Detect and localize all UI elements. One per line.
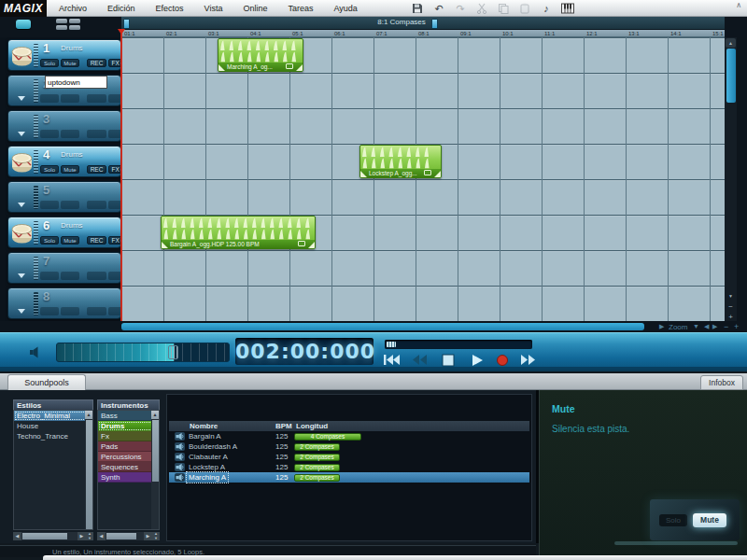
fast-forward-button[interactable] [519,353,536,367]
clip-options-icon[interactable] [424,170,431,175]
record-button[interactable] [494,353,511,367]
playback-range-bar[interactable]: 8:1 Compases [121,17,725,30]
instruments-hscroll[interactable]: ◀▶▲▼ [97,532,160,540]
styles-hscroll[interactable]: ◀▶▲▼ [13,532,93,540]
track-header-7[interactable]: 7 [7,252,121,284]
scroll-right-icon[interactable]: ▶ [144,532,152,540]
master-volume-slider[interactable] [56,343,230,362]
clip-options-icon[interactable] [298,241,305,246]
playhead[interactable] [120,30,122,321]
instruments-vscroll[interactable]: ▲ [151,411,159,529]
preview-speaker-icon[interactable] [175,432,185,441]
instrument-item-sequences[interactable]: Sequences [98,462,159,472]
horizontal-scroll-thumb[interactable] [121,323,644,330]
scroll-left-icon[interactable]: ◀ [97,532,106,540]
sample-row-lockstep-a[interactable]: Lockstep A1252 Compases [169,462,529,472]
track-header-8[interactable]: 8 [7,287,121,319]
audio-clip-marching[interactable]: Marching A_og... [218,38,303,72]
tab-infobox[interactable]: Infobox [700,375,743,390]
cut-icon[interactable] [475,3,488,15]
sample-row-bargain-a[interactable]: Bargain A1254 Compases [169,431,529,441]
style-item-electro-minimal[interactable]: Electro_Minimal [14,411,92,421]
column-header-bpm[interactable]: BPM [275,421,292,431]
grid-view-icon[interactable] [56,19,80,30]
sample-row-boulderdash-a[interactable]: Boulderdash A1252 Compases [169,441,529,452]
menu-archivo[interactable]: Archivo [49,0,97,17]
note-icon[interactable]: ♪ [540,3,553,15]
copy-icon[interactable] [497,3,510,15]
scroll-down-icon[interactable]: ▼ [726,291,736,301]
piano-icon[interactable] [561,3,574,15]
scroll-thumb[interactable] [152,420,159,482]
paste-icon[interactable] [518,3,531,15]
zoom-in-button[interactable]: + [734,322,739,331]
track-rec-button[interactable]: REC [87,236,106,245]
zoom-prev-icon[interactable]: ◀ [704,323,709,330]
track-header-5[interactable]: 5 [7,181,121,213]
skip-start-button[interactable] [383,353,400,367]
range-start-handle[interactable] [123,19,130,29]
preview-speaker-icon[interactable] [175,473,185,482]
range-end-handle[interactable] [431,19,438,29]
tab-soundpools[interactable]: Soundpools [7,374,86,390]
scroll-right-icon[interactable]: ▶ [78,532,86,540]
instrument-item-synth[interactable]: Synth [98,472,159,483]
menu-edicion[interactable]: Edición [97,0,146,17]
zoom-next-icon[interactable]: ▶ [712,323,717,330]
sample-row-clabauter-a[interactable]: Clabauter A1252 Compases [169,452,529,462]
zoom-out-button[interactable]: − [724,322,728,331]
play-button[interactable] [469,353,486,367]
expand-arrow-icon[interactable] [18,309,25,317]
volume-handle[interactable] [168,345,178,359]
menu-online[interactable]: Online [233,0,277,17]
zoom-play-icon[interactable]: ▶ [659,323,664,330]
track-header-4[interactable]: 4DrumsSoloMuteRECFX [7,146,121,177]
arranger-grid[interactable]: Marching A_og...Lockstep A_ogg...Bargain… [121,37,725,321]
track-solo-button[interactable]: Solo [40,59,59,67]
save-icon[interactable] [411,3,424,15]
menu-vista[interactable]: Vista [194,0,233,17]
expand-arrow-icon[interactable] [18,132,25,140]
arranger-view-icon[interactable] [16,20,31,29]
track-solo-button[interactable]: Solo [40,165,59,174]
scroll-thumb[interactable] [106,533,136,539]
track-mute-button[interactable]: Mute [61,236,79,245]
audio-clip-bargain[interactable]: Bargain A_ogg.HDP 125.00 BPM [161,216,316,249]
scroll-up-icon[interactable]: ▲ [151,411,159,419]
stop-button[interactable] [440,353,457,367]
undo-icon[interactable]: ↶ [432,3,445,15]
preview-speaker-icon[interactable] [175,442,185,451]
sample-row-marching-a[interactable]: Marching A1252 Compases [169,472,529,483]
preview-speaker-icon[interactable] [175,463,185,471]
scroll-spinner-icon[interactable]: ▲▼ [86,532,93,540]
zoom-dropdown-icon[interactable]: ▼ [693,323,699,329]
track-header-3[interactable]: 3 [7,110,121,142]
track-rec-button[interactable]: REC [87,165,106,174]
style-item-techno-trance[interactable]: Techno_Trance [14,431,92,441]
instrument-item-percussions[interactable]: Percussions [98,452,159,462]
scroll-up-icon[interactable]: ▲ [85,411,92,419]
scroll-thumb[interactable] [86,420,92,529]
scroll-thumb[interactable] [22,533,67,539]
scroll-spinner-icon[interactable]: ▲▼ [152,532,160,540]
instrument-item-pads[interactable]: Pads [98,441,159,452]
expand-arrow-icon[interactable] [18,273,25,282]
scroll-up-icon[interactable]: ▲ [726,38,736,48]
track-header-1[interactable]: 1DrumsSoloMuteRECFX [7,39,121,71]
audio-clip-lockstep[interactable]: Lockstep A_ogg... [359,145,442,178]
track-mute-button[interactable]: Mute [61,59,79,67]
track-rename-input[interactable] [45,76,107,89]
track-solo-button[interactable]: Solo [40,236,59,245]
position-bar[interactable] [385,340,532,349]
rewind-button[interactable] [411,353,428,367]
menu-tareas[interactable]: Tareas [277,0,323,17]
track-header-2[interactable]: 2 [7,75,121,106]
track-mute-button[interactable]: Mute [61,165,79,174]
column-header-nombre[interactable]: Nombre [190,421,218,431]
preview-speaker-icon[interactable] [175,453,185,461]
scroll-left-icon[interactable]: ◀ [13,532,21,540]
menu-ayuda[interactable]: Ayuda [323,0,367,17]
column-header-longitud[interactable]: Longitud [296,421,328,431]
timeline-ruler[interactable]: 01:102:103:104:105:106:107:108:109:110:1… [0,30,747,37]
horizontal-scrollbar[interactable]: ▶ Zoom ▼ ◀ ▶ − + [0,321,747,332]
